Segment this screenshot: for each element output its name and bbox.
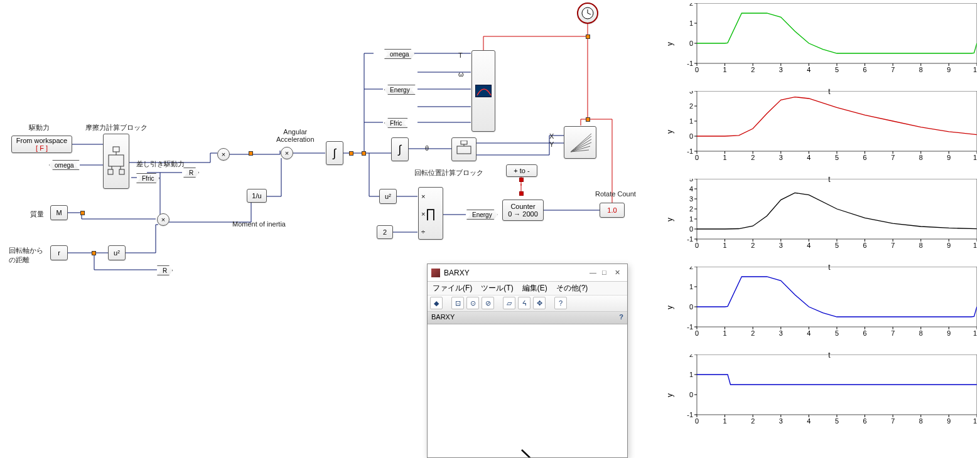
svg-text:2: 2 [751, 329, 755, 337]
lbl-port-X: X [549, 132, 554, 140]
svg-rect-1 [113, 147, 119, 152]
port-red1 [519, 178, 524, 182]
const-M[interactable]: M [50, 205, 68, 220]
svg-text:8: 8 [919, 329, 923, 337]
integrator-2[interactable]: ∫ [391, 137, 409, 161]
tb-pan-icon[interactable]: ✥ [533, 297, 546, 309]
svg-text:2: 2 [689, 267, 693, 270]
pane-help-icon[interactable]: ? [619, 313, 623, 322]
u2-block-a[interactable]: u² [108, 245, 126, 260]
tag-ffric-out[interactable]: Ffric [136, 173, 159, 183]
svg-rect-51 [697, 91, 977, 151]
svg-text:2: 2 [751, 242, 755, 249]
svg-rect-8 [461, 141, 467, 144]
tb-zoomout-icon[interactable]: ⊘ [482, 297, 494, 309]
tag-omega-src[interactable]: omega [49, 160, 80, 170]
svg-text:1: 1 [723, 329, 727, 337]
svg-text:8: 8 [919, 417, 923, 425]
product-m-r2[interactable]: × [157, 213, 170, 226]
lbl-port-T: T [458, 51, 463, 59]
svg-text:1: 1 [723, 417, 727, 425]
from-workspace-block[interactable]: From workspace [ F ] [11, 136, 72, 153]
svg-text:8: 8 [919, 154, 923, 161]
barxy-window[interactable]: BARXY — □ ✕ ファイル(F) ツール(T) 編集(E) その他(?) … [427, 264, 628, 458]
tb-help-icon[interactable]: ? [554, 297, 567, 309]
minimize-icon[interactable]: — [590, 269, 598, 277]
lbl-rotate-count: Rotate Count [595, 190, 636, 198]
tb-rotate-icon[interactable]: ◆ [430, 297, 443, 309]
port [349, 151, 353, 156]
barxy-block[interactable] [564, 126, 596, 159]
tb-select-icon[interactable]: ▱ [503, 297, 515, 309]
display-rotate-count[interactable]: 1.0 [600, 203, 625, 218]
barxy-toolbar: ◆ ⊡ ⊙ ⊘ ▱ ᔦ ✥ ? [428, 296, 627, 312]
inv-u-block[interactable]: 1/u [247, 189, 267, 203]
tag-ffric-src[interactable]: Ffric [384, 118, 407, 128]
port-event2 [586, 117, 590, 122]
scope-block[interactable] [471, 50, 495, 132]
svg-text:4: 4 [689, 185, 693, 193]
product-energy[interactable]: × × ÷ ∏ [418, 187, 443, 240]
barxy-titlebar[interactable]: BARXY — □ ✕ [428, 264, 627, 282]
svg-text:0: 0 [689, 132, 693, 140]
svg-text:5: 5 [835, 242, 839, 249]
integrator-1[interactable]: ∫ [326, 141, 343, 165]
svg-text:0: 0 [695, 66, 699, 73]
svg-text:2: 2 [689, 354, 693, 358]
plots-panel: yt-1012012345678910yt-10123012345678910y… [665, 0, 980, 458]
svg-text:1: 1 [689, 283, 693, 290]
svg-text:0: 0 [689, 225, 693, 233]
tag-omega-sink[interactable]: omega [384, 49, 415, 59]
rotpos-superblock[interactable] [451, 137, 477, 161]
svg-text:2: 2 [689, 205, 693, 213]
lbl-net-drive: 差し引き駆動力 [136, 159, 185, 169]
svg-text:3: 3 [689, 91, 693, 95]
svg-text:3: 3 [689, 195, 693, 203]
svg-rect-3 [119, 169, 124, 174]
const-r[interactable]: r [50, 245, 68, 260]
svg-text:7: 7 [891, 154, 895, 161]
svg-text:5: 5 [835, 329, 839, 337]
port [362, 151, 366, 156]
const-2[interactable]: 2 [377, 225, 393, 239]
tb-datatip-icon[interactable]: ᔦ [518, 297, 530, 309]
svg-text:2: 2 [689, 3, 693, 7]
svg-text:7: 7 [891, 417, 895, 425]
menu-edit[interactable]: 編集(E) [522, 283, 547, 294]
svg-text:0: 0 [695, 242, 699, 249]
svg-text:3: 3 [779, 329, 783, 337]
close-icon[interactable]: ✕ [615, 269, 623, 277]
barxy-icon [568, 130, 593, 155]
menu-tools[interactable]: ツール(T) [481, 283, 513, 294]
svg-text:0: 0 [689, 303, 693, 311]
tag-energy-src[interactable]: Energy [384, 85, 416, 95]
plus-to-minus[interactable]: + to - [506, 164, 537, 177]
menu-file[interactable]: ファイル(F) [433, 283, 472, 294]
tag-R-sink2[interactable]: R [157, 265, 173, 275]
svg-text:7: 7 [891, 242, 895, 249]
lbl-friction-block: 摩擦力計算ブロック [85, 123, 148, 132]
clock-icon [581, 6, 595, 20]
barxy-plot-area[interactable] [428, 324, 627, 457]
sum-block-1[interactable]: × [217, 148, 230, 161]
port [249, 151, 253, 156]
sum-block-2[interactable]: × [281, 147, 293, 159]
superblock-icon-2 [455, 141, 473, 158]
tb-zoombox-icon[interactable]: ⊡ [451, 297, 464, 309]
u2-block-b[interactable]: u² [379, 189, 397, 204]
menu-help[interactable]: その他(?) [556, 283, 588, 294]
lbl-drive-force: 駆動力 [29, 123, 50, 132]
tag-energy-out[interactable]: Energy [466, 210, 498, 220]
tb-zoomin-icon[interactable]: ⊙ [466, 297, 479, 309]
svg-text:5: 5 [835, 417, 839, 425]
lbl-port-Y: Y [549, 141, 554, 148]
lbl-port-w: ω [458, 70, 464, 78]
tag-R-sink1[interactable]: R [183, 168, 199, 178]
maximize-icon[interactable]: □ [602, 269, 611, 277]
friction-superblock[interactable] [103, 134, 129, 189]
counter-block[interactable]: Counter 0 → 2000 [502, 200, 544, 221]
txt-fromws-var: [ F ] [36, 144, 48, 152]
svg-text:3: 3 [779, 154, 783, 161]
barxy-menu: ファイル(F) ツール(T) 編集(E) その他(?) [428, 282, 627, 296]
event-clock[interactable] [577, 3, 598, 24]
